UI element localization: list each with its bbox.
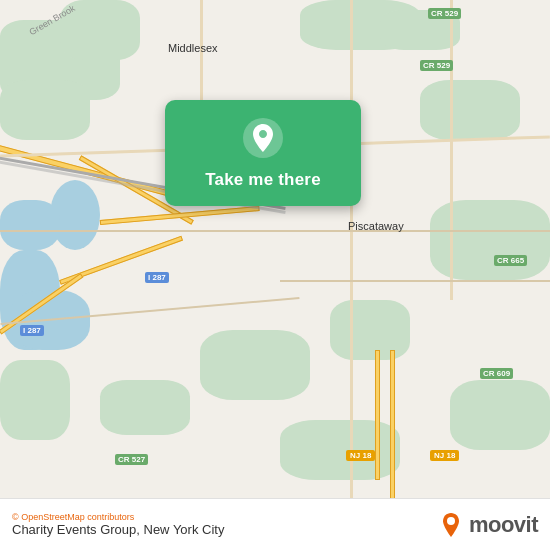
map-container: CR 529 CR 529 CR 665 CR 609 CR 527 I 287… [0, 0, 550, 550]
green-area-13 [280, 420, 400, 480]
label-middlesex: Middlesex [168, 42, 218, 54]
bottom-left-info: © OpenStreetMap contributors Charity Eve… [12, 512, 224, 537]
label-i287-left: I 287 [145, 272, 169, 283]
road-minor-7 [280, 280, 550, 282]
popup-card: Take me there [165, 100, 361, 206]
location-pin-icon [241, 116, 285, 160]
label-cr527: CR 527 [115, 454, 148, 465]
label-cr609: CR 609 [480, 368, 513, 379]
svg-point-1 [447, 517, 455, 525]
green-area-14 [450, 380, 550, 450]
bottom-bar: © OpenStreetMap contributors Charity Eve… [0, 498, 550, 550]
label-i287-mid: I 287 [20, 325, 44, 336]
green-area-8 [200, 330, 310, 400]
label-piscataway: Piscataway [348, 220, 404, 232]
green-area-10 [0, 360, 70, 440]
label-cr529-top: CR 529 [428, 8, 461, 19]
green-area-6 [420, 80, 520, 140]
osm-link[interactable]: OpenStreetMap [21, 512, 85, 522]
green-area-9 [100, 380, 190, 435]
road-minor-3 [350, 0, 353, 550]
moovit-logo: moovit [437, 511, 538, 539]
road-nj18b [375, 350, 380, 480]
moovit-text: moovit [469, 512, 538, 538]
road-minor-4 [450, 0, 453, 300]
moovit-icon [437, 511, 465, 539]
green-area-7 [330, 300, 410, 360]
road-minor-5 [0, 230, 550, 232]
green-area-11 [430, 200, 550, 280]
take-me-there-button[interactable]: Take me there [205, 170, 321, 190]
app-title: Charity Events Group, New York City [12, 522, 224, 537]
green-area-3 [0, 80, 90, 140]
attribution: © OpenStreetMap contributors [12, 512, 224, 522]
label-nj18-bot: NJ 18 [346, 450, 375, 461]
label-cr529-mid: CR 529 [420, 60, 453, 71]
water-area-4 [0, 200, 60, 250]
label-nj18-right: NJ 18 [430, 450, 459, 461]
label-cr665: CR 665 [494, 255, 527, 266]
